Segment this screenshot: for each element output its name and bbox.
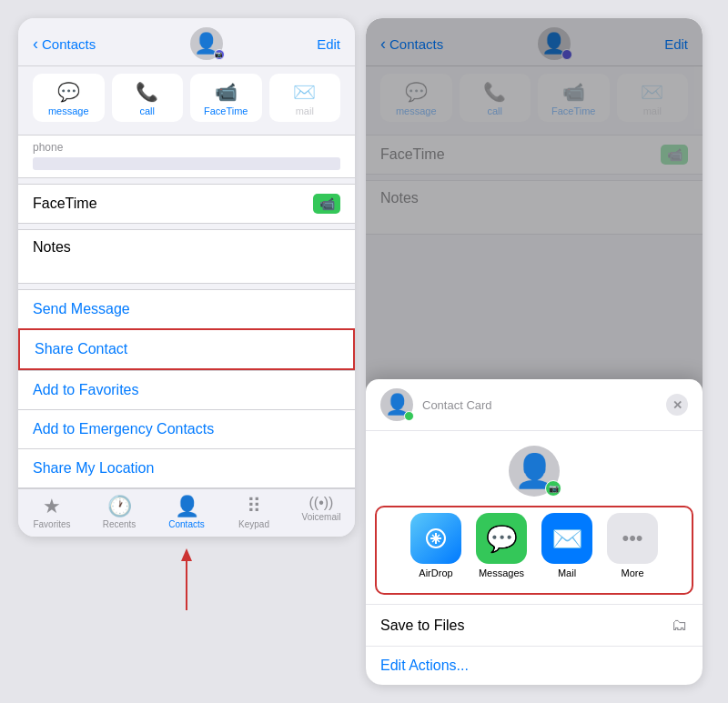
call-label: call — [139, 105, 155, 116]
message-icon: 💬 — [57, 81, 80, 103]
notes-label: Notes — [33, 239, 71, 255]
share-apps-row: AirDrop 💬 Messages ✉️ Mail — [382, 513, 686, 593]
avatar-badge-left: 📷 — [214, 49, 225, 60]
recents-label: Recents — [103, 519, 136, 529]
tab-recents[interactable]: 🕐 Recents — [86, 495, 153, 529]
contacts-label: Contacts — [168, 519, 204, 529]
share-sheet: 👤 Contact Card ✕ 👤 📷 — [366, 379, 703, 685]
sheet-avatar-dot — [404, 411, 414, 421]
mail-share-label: Mail — [558, 567, 576, 578]
phone-section: phone — [18, 135, 355, 178]
contacts-icon: 👤 — [175, 495, 199, 518]
voicemail-label: Voicemail — [302, 512, 341, 522]
action-list: Send Message Share Contact Add to Favori… — [18, 289, 355, 488]
tab-contacts[interactable]: 👤 Contacts — [153, 495, 220, 529]
mail-button[interactable]: ✉️ mail — [269, 74, 341, 122]
keypad-icon: ⠿ — [247, 495, 261, 518]
share-contact-item[interactable]: Share Contact — [18, 328, 355, 370]
close-button[interactable]: ✕ — [666, 394, 688, 416]
more-share-app[interactable]: ••• More — [607, 513, 658, 578]
mail-icon: ✉️ — [293, 81, 316, 103]
message-button[interactable]: 💬 message — [33, 74, 105, 122]
share-sheet-header: 👤 Contact Card ✕ — [366, 379, 703, 431]
phone-label: phone — [18, 136, 355, 156]
nav-header-left: ‹ Contacts 👤 📷 Edit — [18, 18, 355, 66]
phone-value — [33, 157, 340, 170]
messages-share-app[interactable]: 💬 Messages — [476, 513, 527, 578]
action-buttons-left: 💬 message 📞 call 📹 FaceTime ✉️ mail — [18, 66, 355, 129]
add-favorites-item[interactable]: Add to Favorites — [18, 370, 355, 409]
more-icon: ••• — [607, 513, 658, 564]
avatar-header-left: 👤 📷 — [190, 27, 223, 60]
tab-voicemail[interactable]: ((•)) Voicemail — [288, 495, 355, 529]
save-to-files-label: Save to Files — [380, 618, 464, 634]
message-label: message — [48, 105, 89, 116]
tab-bar-left: ★ Favorites 🕐 Recents 👤 Contacts ⠿ Keypa… — [18, 488, 355, 537]
send-message-item[interactable]: Send Message — [18, 289, 355, 328]
favorites-label: Favorites — [33, 519, 70, 529]
notes-row: Notes — [18, 229, 355, 284]
mail-label: mail — [296, 105, 314, 116]
svg-marker-1 — [181, 548, 192, 561]
sheet-contact-badge: 📷 — [545, 480, 561, 497]
folder-icon: 🗂 — [672, 616, 688, 635]
add-emergency-item[interactable]: Add to Emergency Contacts — [18, 409, 355, 448]
sheet-title: Contact Card — [422, 398, 657, 412]
facetime-video-icon[interactable]: 📹 — [313, 194, 340, 214]
tab-keypad[interactable]: ⠿ Keypad — [220, 495, 288, 529]
mail-share-icon: ✉️ — [541, 513, 592, 564]
sheet-contact-circle: 👤 📷 — [509, 446, 560, 497]
airdrop-share-app[interactable]: AirDrop — [410, 513, 461, 578]
share-location-item[interactable]: Share My Location — [18, 448, 355, 488]
facetime-row-label: FaceTime — [33, 196, 97, 212]
save-to-files-row[interactable]: Save to Files 🗂 — [366, 604, 703, 646]
edit-actions-label: Edit Actions... — [380, 658, 469, 673]
airdrop-label: AirDrop — [419, 567, 452, 578]
share-apps-wrapper: AirDrop 💬 Messages ✉️ Mail — [375, 506, 693, 595]
favorites-icon: ★ — [43, 495, 61, 518]
chevron-left-icon: ‹ — [33, 35, 38, 54]
call-button[interactable]: 📞 call — [112, 74, 184, 122]
messages-label: Messages — [479, 567, 524, 578]
keypad-label: Keypad — [238, 519, 269, 529]
recents-icon: 🕐 — [107, 495, 132, 518]
facetime-button[interactable]: 📹 FaceTime — [190, 74, 262, 122]
edit-button-left[interactable]: Edit — [317, 36, 340, 52]
sheet-contact-avatar-small: 👤 — [380, 388, 413, 421]
facetime-row[interactable]: FaceTime 📹 — [18, 184, 355, 224]
call-icon: 📞 — [136, 81, 158, 103]
tab-favorites[interactable]: ★ Favorites — [18, 495, 86, 529]
red-arrow — [168, 547, 205, 619]
more-label: More — [621, 567, 643, 578]
facetime-label: FaceTime — [204, 105, 248, 116]
voicemail-icon: ((•)) — [309, 495, 334, 511]
right-panel: ‹ Contacts 👤 Edit 💬 message 📞 call — [366, 18, 703, 685]
back-button-left[interactable]: ‹ Contacts — [33, 35, 96, 54]
edit-actions-row[interactable]: Edit Actions... — [366, 646, 703, 685]
airdrop-icon — [410, 513, 461, 564]
back-label-left: Contacts — [42, 36, 96, 52]
facetime-icon: 📹 — [215, 81, 238, 103]
messages-icon: 💬 — [476, 513, 527, 564]
sheet-contact-avatar-large: 👤 📷 — [366, 431, 703, 506]
mail-share-app[interactable]: ✉️ Mail — [541, 513, 592, 578]
